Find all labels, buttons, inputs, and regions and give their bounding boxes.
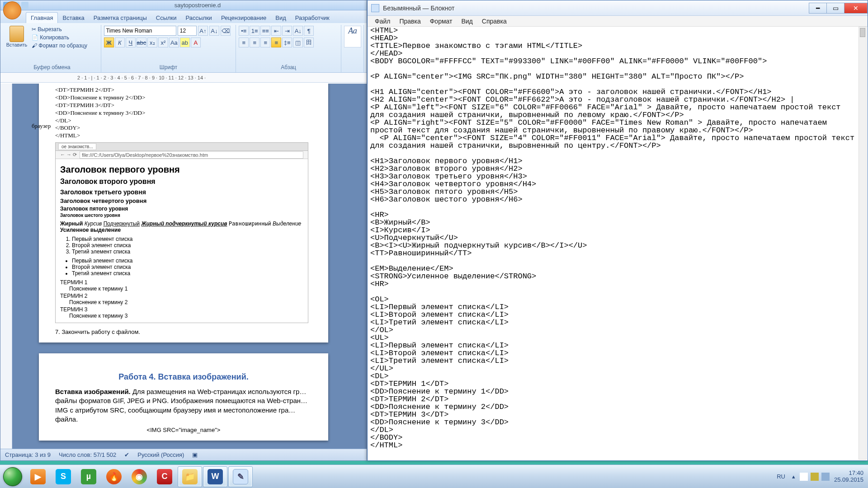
heading-h2: Заголовок второго уровня	[60, 178, 303, 186]
notepad-title: Безымянный — Блокнот	[383, 5, 454, 12]
tray-icons	[800, 473, 830, 481]
superscript-button[interactable]: x²	[158, 38, 168, 47]
shrink-font-button[interactable]: A↓	[209, 26, 219, 36]
tab-developer[interactable]: Разработчик	[291, 13, 334, 23]
flag-icon[interactable]	[800, 473, 808, 481]
tab-mailings[interactable]: Рассылки	[181, 13, 217, 23]
group-styles: Аа	[341, 25, 364, 72]
change-case-button[interactable]: Aa	[169, 38, 179, 47]
office-button[interactable]	[3, 1, 21, 19]
minimize-button[interactable]: ━	[809, 3, 827, 14]
document-area[interactable]: <DT>ТЕРМИН 2</DT> <DD>Пояснение к термин…	[0, 84, 367, 449]
sort-button[interactable]: A↓	[293, 26, 303, 36]
line-spacing-button[interactable]: ‡≡	[282, 38, 292, 47]
browser-tab-bar: ое знакомств...	[56, 143, 308, 151]
show-marks-button[interactable]: ¶	[304, 26, 314, 36]
volume-icon[interactable]	[821, 473, 830, 481]
bullets-button[interactable]: •≡	[239, 26, 249, 36]
tab-home[interactable]: Главная	[26, 12, 58, 23]
heading-h4: Заголовок четвертого уровня	[60, 197, 303, 204]
start-button[interactable]	[0, 465, 25, 488]
tab-insert[interactable]: Вставка	[58, 13, 89, 23]
indent-inc-button[interactable]: ⇥	[282, 26, 292, 36]
vertical-ruler[interactable]	[0, 84, 12, 449]
indent-dec-button[interactable]: ⇤	[271, 26, 281, 36]
shading-button[interactable]: ◫	[293, 38, 303, 47]
copy-button[interactable]: 📄 Копировать	[30, 34, 89, 41]
list-item: Первый элемент списка	[72, 258, 303, 264]
group-paragraph-title: Абзац	[239, 64, 338, 71]
taskbar-media-player[interactable]: ▶	[26, 466, 50, 487]
font-size-input[interactable]	[178, 26, 197, 36]
align-right-button[interactable]: ≡	[260, 38, 270, 47]
menu-edit[interactable]: Правка	[395, 17, 425, 26]
font-color-button[interactable]: A	[191, 38, 201, 47]
clock[interactable]: 17:40 25.09.2015	[834, 470, 863, 483]
styles-gallery[interactable]: Аа	[344, 26, 361, 47]
taskbar-ccleaner[interactable]: C	[152, 466, 177, 487]
menu-format[interactable]: Формат	[425, 17, 457, 26]
taskbar-firefox[interactable]: 🔥	[102, 466, 126, 487]
justify-button[interactable]: ≡	[271, 38, 281, 47]
cut-button[interactable]: ✂ Вырезать	[30, 26, 89, 33]
tab-page-layout[interactable]: Разметка страницы	[89, 13, 151, 23]
highlight-button[interactable]: ab	[180, 38, 190, 47]
time: 17:40	[834, 470, 863, 476]
font-name-input[interactable]	[104, 26, 176, 36]
network-icon[interactable]	[811, 473, 819, 481]
status-proofing-icon[interactable]: ✔	[124, 451, 129, 458]
unordered-list: Первый элемент списка Второй элемент спи…	[72, 258, 303, 277]
menu-help[interactable]: Справка	[477, 17, 511, 26]
scrollbar-thumb[interactable]	[860, 28, 865, 37]
tab-view[interactable]: Вид	[271, 13, 291, 23]
menu-view[interactable]: Вид	[457, 17, 477, 26]
language-indicator[interactable]: RU	[774, 472, 788, 481]
status-words[interactable]: Число слов: 57/1 502	[59, 451, 116, 458]
italic-button[interactable]: К	[115, 38, 125, 47]
group-clipboard-title: Буфер обмена	[6, 64, 98, 71]
tab-review[interactable]: Рецензирование	[217, 13, 271, 23]
underline-button[interactable]: Ч	[126, 38, 136, 47]
align-center-button[interactable]: ≡	[250, 38, 259, 47]
redo-icon[interactable]	[21, 2, 28, 9]
word-window: saytopostroenie.d Главная Вставка Размет…	[0, 0, 367, 461]
bold-button[interactable]: Ж	[104, 38, 114, 47]
taskbar-chrome[interactable]: ◉	[127, 466, 151, 487]
status-page[interactable]: Страница: 3 из 9	[5, 451, 51, 458]
format-painter-button[interactable]: 🖌 Формат по образцу	[30, 42, 89, 49]
paste-button[interactable]: Вставить	[6, 26, 28, 49]
align-left-button[interactable]: ≡	[239, 38, 249, 47]
numbering-button[interactable]: 1≡	[250, 26, 259, 36]
borders-button[interactable]: 田	[304, 38, 314, 47]
definition-list: ТЕРМИН 1Пояснение к термину 1 ТЕРМИН 2По…	[60, 279, 303, 319]
browser-screenshot: ое знакомств... ← → ⟳ file:///C:/Users/O…	[55, 142, 308, 323]
strike-button[interactable]: abc	[137, 38, 146, 47]
status-lang[interactable]: Русский (Россия)	[137, 451, 184, 458]
insert-text: Вставка изображений. Для размещения на W…	[55, 387, 312, 424]
multilevel-button[interactable]: ≡≡	[260, 26, 270, 36]
horizontal-ruler[interactable]: 2 · 1 · | · 1 · 2 · 3 · 4 · 5 · 6 · 7 · …	[0, 73, 367, 83]
taskbar-notepad[interactable]: ✎	[228, 466, 253, 487]
taskbar-utorrent[interactable]: µ	[76, 466, 101, 487]
windows-orb-icon	[3, 467, 22, 486]
heading-h6: Заголовок шестого уровня	[60, 213, 303, 218]
status-record-icon[interactable]: ▣	[192, 451, 198, 458]
tab-references[interactable]: Ссылки	[151, 13, 181, 23]
list-item: Второй элемент списка	[72, 242, 303, 249]
notepad-window: Безымянный — Блокнот ━ ▭ ✕ Файл Правка Ф…	[367, 0, 868, 461]
notepad-titlebar[interactable]: Безымянный — Блокнот ━ ▭ ✕	[368, 0, 868, 16]
taskbar-skype[interactable]: S	[51, 466, 75, 487]
grow-font-button[interactable]: A↑	[198, 26, 208, 36]
taskbar-word[interactable]: W	[203, 466, 227, 487]
menu-file[interactable]: Файл	[370, 17, 395, 26]
notepad-icon	[371, 4, 379, 12]
maximize-button[interactable]: ▭	[826, 3, 844, 14]
notepad-textarea[interactable]: <HTML> <HEAD> <TITLE>Первое знакомство с…	[369, 27, 858, 459]
notepad-scrollbar[interactable]	[859, 27, 867, 460]
clear-format-button[interactable]: ⌫	[221, 26, 231, 36]
taskbar-explorer[interactable]: 📁	[178, 466, 202, 487]
subscript-button[interactable]: x₂	[147, 38, 157, 47]
close-button[interactable]: ✕	[844, 3, 868, 14]
heading-h3: Заголовок третьего уровня	[60, 188, 303, 196]
tray-chevron-icon[interactable]: ▴	[792, 473, 795, 480]
